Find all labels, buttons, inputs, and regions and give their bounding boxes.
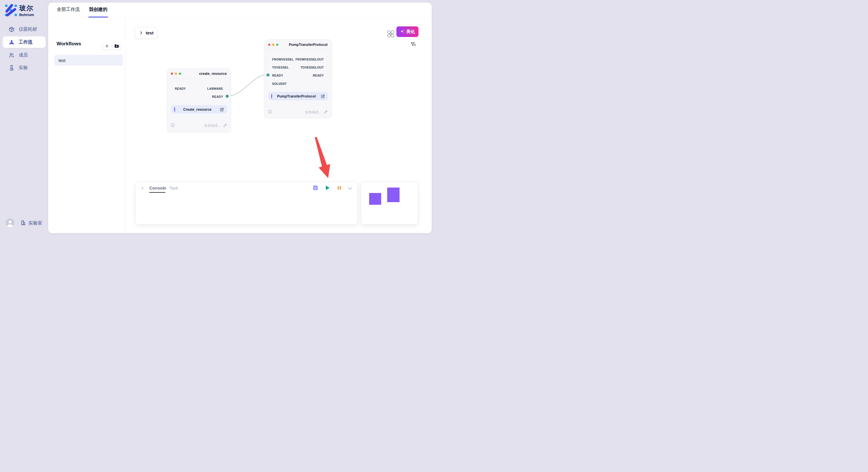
traffic-yellow-dot: [175, 72, 177, 75]
edit-icon[interactable]: [220, 107, 224, 112]
info-icon[interactable]: [268, 109, 272, 114]
minimap-node: [387, 188, 400, 202]
port-label: TOVESSEL: [272, 66, 289, 69]
experiment-tube-icon: [9, 65, 14, 71]
workflows-panel: Workflows test: [48, 18, 125, 233]
port-label: SOLVENT: [272, 82, 287, 86]
save-icon[interactable]: [313, 185, 318, 191]
tab-my-created[interactable]: 我创建的: [89, 7, 107, 12]
avatar[interactable]: [6, 218, 14, 227]
node-description-placeholder[interactable]: 添加描述...: [305, 110, 321, 115]
sidebar-item-label: 仪器耗材: [19, 26, 37, 32]
beautify-label: 美化: [406, 29, 415, 34]
workflow-item-name: test: [59, 58, 65, 63]
brand-name-zh: 玻尔: [19, 4, 34, 12]
clover-apps-icon[interactable]: [387, 30, 394, 38]
tab-console[interactable]: Console: [149, 186, 166, 191]
traffic-red-dot: [171, 72, 173, 75]
building-icon: [20, 220, 26, 226]
chevron-right-icon: [139, 31, 143, 35]
traffic-green-dot: [179, 72, 181, 75]
workflow-user-icon: [9, 39, 14, 45]
sidebar-footer: 实验室: [0, 218, 48, 231]
node-create-resource[interactable]: create_resource READY LABWARE READY Crea…: [167, 69, 231, 132]
port-label: READY: [313, 74, 324, 77]
port-label: READY: [175, 87, 186, 90]
node-action-pill[interactable]: PumpTransferProtocol: [268, 92, 328, 100]
sidebar-item-instruments[interactable]: 仪器耗材: [3, 24, 45, 35]
beautify-button[interactable]: 美化: [396, 26, 418, 37]
pill-label: PumpTransferProtocol: [272, 94, 321, 98]
port-label: FROMVESSEL: [272, 58, 293, 61]
port-label: READY: [272, 74, 283, 77]
workflows-title: Workflows: [57, 41, 81, 47]
breadcrumb[interactable]: test: [135, 27, 157, 38]
box-icon: [9, 26, 14, 32]
pill-label: Create_resource: [175, 107, 220, 111]
traffic-yellow-dot: [272, 43, 274, 46]
port-in-ready[interactable]: [169, 87, 172, 90]
sparkles-icon: [400, 29, 405, 34]
port-label: READY: [212, 95, 223, 98]
tab-all-workflows[interactable]: 全部工作流: [57, 7, 80, 12]
breadcrumb-label: test: [146, 30, 154, 35]
workflow-canvas[interactable]: test 美化 create_resource: [125, 18, 432, 233]
port-in-ready[interactable]: [267, 73, 270, 76]
node-pump-transfer-protocol[interactable]: PumpTransferProtocol FROMVESSEL FROMVESS…: [265, 40, 332, 118]
port-in-fromvessel[interactable]: [267, 57, 270, 61]
minimap[interactable]: [361, 182, 418, 225]
members-icon: [9, 52, 14, 58]
collapse-chevron-icon[interactable]: [347, 186, 353, 191]
port-out-ready[interactable]: [226, 95, 229, 98]
run-icon[interactable]: [324, 185, 330, 191]
brand-logo: 玻尔 Bohrium: [5, 4, 34, 17]
port-label: TOVESSELOUT: [301, 66, 324, 69]
add-workflow-button[interactable]: [103, 42, 111, 49]
red-arrow-annotation: [315, 137, 330, 178]
port-in-tovessel[interactable]: [267, 65, 270, 69]
node-header[interactable]: create_resource: [167, 69, 230, 78]
tab-task[interactable]: Task: [169, 186, 178, 191]
filter-icon[interactable]: [410, 42, 416, 47]
sidebar-item-experiments[interactable]: 实验: [3, 62, 45, 73]
port-out-labware[interactable]: [226, 87, 229, 90]
lab-switcher[interactable]: 实验室: [28, 220, 42, 226]
plus-icon: [104, 43, 110, 48]
console-panel: Console Task: [135, 182, 358, 225]
node-title: PumpTransferProtocol: [289, 43, 328, 47]
sidebar-item-label: 成员: [19, 52, 28, 58]
port-out-fromvesselout[interactable]: [327, 57, 330, 61]
traffic-green-dot: [276, 43, 278, 46]
minimap-node: [369, 193, 381, 205]
sidebar-item-label: 工作流: [19, 39, 32, 45]
node-description-placeholder[interactable]: 添加描述...: [204, 123, 221, 128]
sidebar: 玻尔 Bohrium 仪器耗材 工作流 成员 实验: [0, 0, 48, 236]
bohrium-logo-icon: [5, 4, 17, 16]
edit-icon[interactable]: [321, 94, 325, 99]
sidebar-item-workflow[interactable]: 工作流: [3, 36, 45, 48]
sidebar-item-label: 实验: [19, 65, 28, 71]
pause-icon[interactable]: [336, 185, 342, 191]
traffic-red-dot: [268, 43, 270, 46]
expand-chevron-icon[interactable]: [141, 186, 145, 191]
main-panel: 全部工作流 我创建的 Workflows test test: [48, 3, 432, 233]
port-label: LABWARE: [207, 87, 223, 90]
node-action-pill[interactable]: Create_resource: [172, 105, 227, 113]
port-in-solvent[interactable]: [267, 82, 270, 85]
import-workflow-button[interactable]: [113, 42, 121, 49]
workflow-tabbar: 全部工作流 我创建的: [48, 3, 432, 18]
console-tab-underline: [149, 192, 165, 193]
pencil-icon[interactable]: [223, 123, 227, 127]
workflow-list-item[interactable]: test: [55, 55, 123, 66]
port-out-tovesselout[interactable]: [327, 65, 330, 69]
sidebar-item-members[interactable]: 成员: [3, 49, 45, 61]
node-title: create_resource: [199, 72, 227, 76]
port-out-ready[interactable]: [327, 73, 330, 76]
folder-download-icon: [114, 43, 119, 48]
pencil-icon[interactable]: [324, 109, 328, 114]
port-label: FROMVESSELOUT: [296, 58, 324, 61]
brand-name-en: Bohrium: [19, 13, 34, 17]
info-icon[interactable]: [170, 123, 175, 127]
node-header[interactable]: PumpTransferProtocol: [265, 40, 331, 49]
